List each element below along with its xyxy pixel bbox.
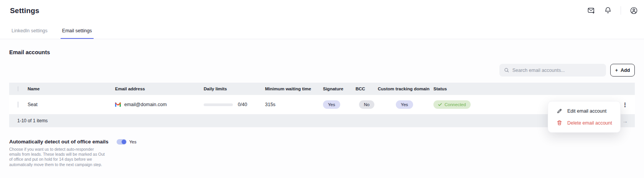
row-signature-cell: Yes [323,100,356,109]
out-of-office-section: Automatically detect out of office email… [9,139,635,167]
mail-plus-icon[interactable] [587,6,595,15]
row-checkbox[interactable] [18,101,18,108]
bell-icon[interactable] [604,6,612,15]
column-header-email-address: Email address [115,87,204,91]
row-context-menu: Edit email account Delete email account [548,101,621,133]
column-header-bcc: BCC [356,87,378,91]
row-minimum-waiting-time: 315s [265,102,323,107]
column-header-signature: Signature [323,87,356,91]
email-accounts-table: Name Email address Daily limits Minimum … [9,83,635,127]
header-checkbox-cell [9,87,28,91]
row-email-cell: email@domain.com [115,102,204,107]
row-name: Seat [28,102,115,107]
table-header-row: Name Email address Daily limits Minimum … [9,83,635,95]
row-custom-tracking-domain-cell: Yes [378,100,431,109]
next-page-arrow-icon[interactable]: → [622,118,628,124]
add-button-label: Add [621,68,630,73]
row-daily-limits-cell: 0/40 [204,102,265,107]
toggle-knob [122,140,126,144]
table-footer-row: 1-10 of 1 items → [9,114,635,127]
row-checkbox-cell [9,102,28,107]
topbar-divider [621,6,621,15]
column-header-name: Name [28,87,115,91]
page-title: Settings [10,7,40,15]
signature-badge: Yes [323,100,340,109]
menu-item-edit-email-account[interactable]: Edit email account [548,105,620,117]
column-header-daily-limits: Daily limits [204,87,265,91]
search-icon [504,67,509,73]
out-of-office-toggle-label: Yes [129,140,137,144]
bcc-badge: No [359,100,375,109]
check-icon [438,103,442,106]
out-of-office-header: Automatically detect out of office email… [9,139,635,145]
menu-item-label: Edit email account [567,108,606,114]
status-badge-label: Connected [445,102,466,107]
column-header-custom-tracking-domain: Custom tracking domain [378,87,431,91]
plus-icon: + [615,68,618,73]
search-email-accounts-input[interactable] [512,68,601,73]
out-of-office-title: Automatically detect out of office email… [9,139,117,145]
pagination-summary: 1-10 of 1 items [9,118,48,123]
topbar: Settings [0,0,644,39]
daily-limit-label: 0/40 [238,102,247,107]
section-title-email-accounts: Email accounts [9,49,635,55]
select-all-checkbox[interactable] [18,86,18,91]
add-email-account-button[interactable]: + Add [610,64,635,77]
custom-tracking-domain-badge: Yes [396,100,413,109]
menu-item-label: Delete email account [567,120,612,126]
tab-linkedin-settings[interactable]: LinkedIn settings [10,28,49,39]
status-badge: Connected [433,100,471,109]
topbar-icons [587,6,638,15]
column-header-status: Status [431,87,618,91]
user-profile-icon[interactable] [629,6,638,15]
row-bcc-cell: No [356,100,378,109]
row-email-address: email@domain.com [124,102,167,107]
daily-limit-progress-bar [204,103,233,106]
menu-item-delete-email-account[interactable]: Delete email account [548,117,620,129]
search-box [499,64,606,77]
edit-icon [557,108,562,114]
table-row: Seat email@domain.com 0/40 315s Yes [9,95,635,114]
email-accounts-toolbar: + Add [9,64,635,77]
out-of-office-description: Choose if you want us to detect auto-res… [9,147,106,167]
gmail-icon [115,102,121,107]
tab-email-settings[interactable]: Email settings [61,28,94,39]
kebab-menu-icon[interactable]: ⋮ [622,102,628,108]
column-header-minimum-waiting-time: Minimum waiting time [265,87,323,91]
settings-tabs: LinkedIn settings Email settings [10,28,94,39]
out-of-office-toggle[interactable] [117,139,127,145]
settings-page: Settings [0,0,644,167]
trash-icon [557,120,562,126]
